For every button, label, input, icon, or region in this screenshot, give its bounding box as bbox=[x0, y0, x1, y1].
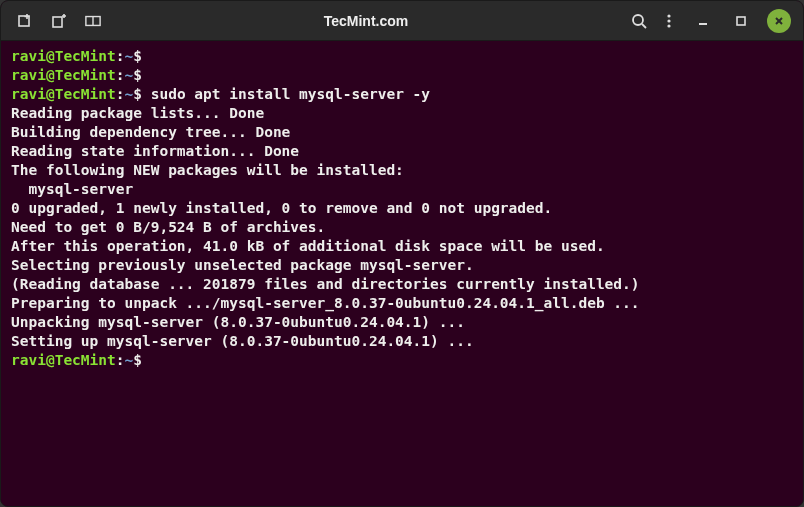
output-line: mysql-server bbox=[11, 180, 793, 199]
output-line: 0 upgraded, 1 newly installed, 0 to remo… bbox=[11, 199, 793, 218]
output-line: Reading state information... Done bbox=[11, 142, 793, 161]
prompt-line: ravi@TecMint:~$ bbox=[11, 47, 793, 66]
svg-point-10 bbox=[667, 14, 670, 17]
titlebar-left-controls bbox=[9, 13, 101, 29]
command-text: sudo apt install mysql-server -y bbox=[151, 86, 430, 102]
svg-line-9 bbox=[642, 24, 646, 28]
output-line: Need to get 0 B/9,524 B of archives. bbox=[11, 218, 793, 237]
menu-icon[interactable] bbox=[661, 13, 677, 29]
window-title: TecMint.com bbox=[101, 13, 631, 29]
svg-rect-3 bbox=[53, 17, 62, 27]
prompt-user-host: ravi@TecMint bbox=[11, 48, 116, 64]
prompt-user-host: ravi@TecMint bbox=[11, 86, 116, 102]
prompt-user-host: ravi@TecMint bbox=[11, 352, 116, 368]
new-tab-icon[interactable] bbox=[17, 13, 33, 29]
prompt-colon: : bbox=[116, 67, 125, 83]
output-line: The following NEW packages will be insta… bbox=[11, 161, 793, 180]
svg-point-12 bbox=[667, 24, 670, 27]
prompt-symbol: $ bbox=[133, 67, 142, 83]
output-line: Selecting previously unselected package … bbox=[11, 256, 793, 275]
search-icon[interactable] bbox=[631, 13, 647, 29]
new-window-icon[interactable] bbox=[51, 13, 67, 29]
minimize-button[interactable] bbox=[691, 9, 715, 33]
titlebar-right-controls bbox=[631, 9, 795, 33]
split-icon[interactable] bbox=[85, 13, 101, 29]
prompt-user-host: ravi@TecMint bbox=[11, 67, 116, 83]
output-line: Setting up mysql-server (8.0.37-0ubuntu0… bbox=[11, 332, 793, 351]
terminal-body[interactable]: ravi@TecMint:~$ ravi@TecMint:~$ ravi@Tec… bbox=[1, 41, 803, 506]
prompt-line: ravi@TecMint:~$ bbox=[11, 66, 793, 85]
prompt-symbol: $ bbox=[133, 48, 142, 64]
output-line: Reading package lists... Done bbox=[11, 104, 793, 123]
close-button[interactable] bbox=[767, 9, 791, 33]
prompt-symbol: $ bbox=[133, 352, 142, 368]
prompt-symbol: $ bbox=[133, 86, 142, 102]
output-line: Unpacking mysql-server (8.0.37-0ubuntu0.… bbox=[11, 313, 793, 332]
output-line: Building dependency tree... Done bbox=[11, 123, 793, 142]
maximize-button[interactable] bbox=[729, 9, 753, 33]
prompt-colon: : bbox=[116, 86, 125, 102]
prompt-path: ~ bbox=[125, 86, 134, 102]
prompt-path: ~ bbox=[125, 67, 134, 83]
terminal-window: TecMint.com bbox=[0, 0, 804, 507]
prompt-line: ravi@TecMint:~$ sudo apt install mysql-s… bbox=[11, 85, 793, 104]
prompt-line: ravi@TecMint:~$ bbox=[11, 351, 793, 370]
titlebar: TecMint.com bbox=[1, 1, 803, 41]
svg-rect-14 bbox=[737, 17, 745, 25]
prompt-path: ~ bbox=[125, 352, 134, 368]
svg-point-8 bbox=[633, 15, 643, 25]
output-line: Preparing to unpack .../mysql-server_8.0… bbox=[11, 294, 793, 313]
prompt-colon: : bbox=[116, 352, 125, 368]
prompt-path: ~ bbox=[125, 48, 134, 64]
svg-point-11 bbox=[667, 19, 670, 22]
prompt-colon: : bbox=[116, 48, 125, 64]
output-line: (Reading database ... 201879 files and d… bbox=[11, 275, 793, 294]
output-line: After this operation, 41.0 kB of additio… bbox=[11, 237, 793, 256]
